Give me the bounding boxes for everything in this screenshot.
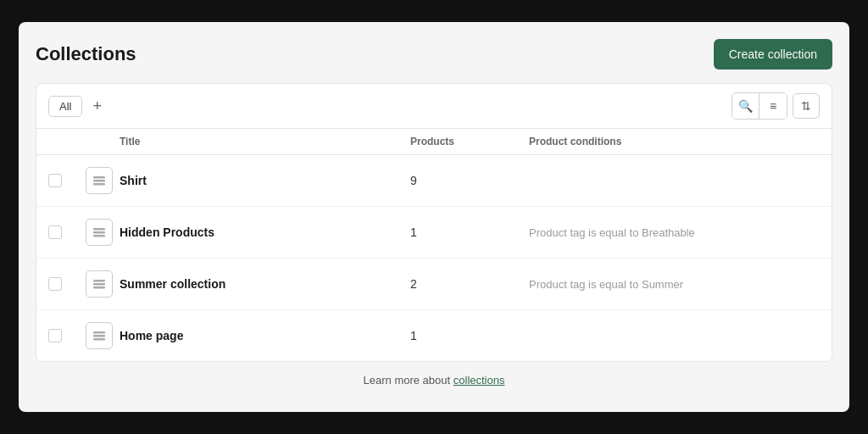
- collections-link[interactable]: collections: [453, 374, 505, 387]
- row-products: 1: [410, 225, 529, 239]
- search-filter-group: 🔍 ≡: [732, 92, 787, 120]
- tab-add-button[interactable]: +: [89, 98, 105, 114]
- collections-card: All + 🔍 ≡ ⇅: [36, 83, 832, 362]
- row-products: 1: [410, 329, 529, 342]
- svg-rect-6: [93, 280, 105, 282]
- sort-button[interactable]: ⇅: [793, 93, 820, 119]
- filter-button[interactable]: ≡: [760, 93, 787, 119]
- svg-rect-2: [93, 183, 105, 186]
- svg-rect-0: [93, 176, 105, 179]
- svg-rect-5: [93, 235, 105, 237]
- header-checkbox-col: [48, 136, 79, 147]
- table-header: Title Products Product conditions: [36, 129, 832, 155]
- header-products: Products: [410, 136, 529, 147]
- collection-icon: [86, 167, 113, 194]
- header-icon-col: [79, 136, 120, 147]
- row-checkbox[interactable]: [48, 277, 62, 291]
- tab-all[interactable]: All: [48, 96, 82, 117]
- header-conditions: Product conditions: [529, 136, 820, 147]
- row-checkbox[interactable]: [48, 329, 62, 342]
- row-checkbox-col: [48, 225, 79, 239]
- collection-icon: [86, 219, 113, 246]
- svg-rect-8: [93, 287, 105, 289]
- collection-icon: [86, 270, 113, 298]
- tabs-left: All +: [48, 96, 105, 117]
- table-body: Shirt 9 Hidden Products 1 Product tag is…: [36, 155, 832, 361]
- filter-icon: ≡: [770, 99, 776, 113]
- table-row[interactable]: Summer collection 2 Product tag is equal…: [36, 259, 832, 310]
- row-checkbox[interactable]: [48, 225, 62, 239]
- row-title: Home page: [120, 329, 410, 342]
- svg-rect-9: [93, 331, 105, 334]
- tabs-row: All + 🔍 ≡ ⇅: [36, 84, 832, 129]
- search-icon: 🔍: [738, 99, 753, 113]
- svg-rect-10: [93, 335, 105, 337]
- collection-icon: [86, 322, 113, 349]
- row-products: 2: [410, 277, 529, 291]
- svg-rect-4: [93, 231, 105, 234]
- row-conditions: Product tag is equal to Summer: [529, 278, 820, 291]
- row-checkbox-col: [48, 329, 79, 342]
- row-icon-col: [79, 219, 120, 246]
- row-checkbox[interactable]: [48, 174, 62, 187]
- footer-text: Learn more about: [364, 374, 453, 387]
- table-row[interactable]: Shirt 9: [36, 155, 832, 207]
- svg-rect-7: [93, 283, 105, 286]
- footer: Learn more about collections: [36, 374, 832, 387]
- search-button[interactable]: 🔍: [732, 93, 760, 119]
- header-title: Title: [120, 136, 410, 147]
- row-icon-col: [79, 167, 120, 194]
- row-conditions: Product tag is equal to Breathable: [529, 226, 820, 239]
- create-collection-button[interactable]: Create collection: [714, 39, 832, 70]
- table-row[interactable]: Hidden Products 1 Product tag is equal t…: [36, 207, 832, 259]
- svg-rect-11: [93, 338, 105, 341]
- row-icon-col: [79, 270, 120, 298]
- row-icon-col: [79, 322, 120, 349]
- row-title: Hidden Products: [120, 225, 410, 239]
- page-header: Collections Create collection: [36, 39, 832, 70]
- page-title: Collections: [36, 43, 136, 65]
- table-row[interactable]: Home page 1: [36, 310, 832, 361]
- svg-rect-1: [93, 180, 105, 182]
- tabs-right: 🔍 ≡ ⇅: [732, 92, 820, 120]
- row-title: Summer collection: [120, 277, 410, 291]
- row-checkbox-col: [48, 174, 79, 187]
- svg-rect-3: [93, 228, 105, 231]
- row-title: Shirt: [120, 174, 410, 187]
- sort-icon: ⇅: [801, 99, 811, 113]
- row-products: 9: [410, 174, 529, 187]
- row-checkbox-col: [48, 277, 79, 291]
